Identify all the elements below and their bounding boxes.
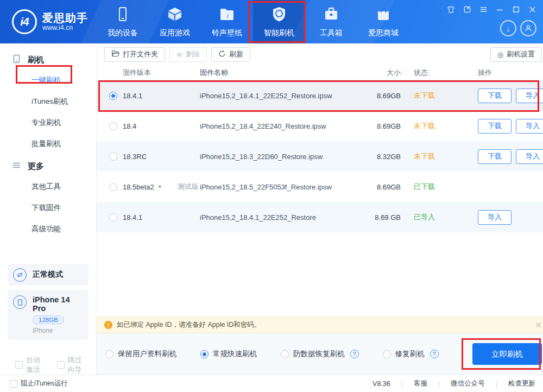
option-anti-data-recovery[interactable]: 防数据恢复刷机 ? [281, 349, 359, 359]
table-row[interactable]: 18.4 iPhone15,2_18.4_22E240_Restore.ipsw… [97, 111, 543, 141]
close-notice-icon[interactable]: ✕ [535, 320, 542, 330]
sidebar-item-advanced[interactable]: 高级功能 [0, 218, 96, 239]
open-folder-button[interactable]: 打开文件夹 [104, 47, 165, 62]
sidebar-group-more: 更多 [0, 156, 96, 176]
firmware-radio[interactable] [109, 183, 117, 191]
col-firmware-name: 固件名称 [200, 68, 357, 78]
menu-icon[interactable] [479, 5, 488, 15]
table-header: 固件版本 固件名称 大小 状态 操作 [97, 65, 543, 80]
shopping-bag-icon [375, 5, 392, 24]
radio-icon [383, 350, 391, 358]
delete-circle-icon: ⊗ [176, 50, 182, 59]
nav-smart-flash[interactable]: 智能刷机 [253, 0, 305, 43]
flash-options-bar: 保留用户资料刷机 常规快速刷机 防数据恢复刷机 ? 修复刷机 ? 立即刷机 [97, 333, 543, 375]
status-badge: 未下载 [401, 151, 465, 161]
col-size: 大小 [357, 68, 401, 78]
firmware-size: 8.69GB [357, 122, 401, 130]
sidebar-item-pro-flash[interactable]: 专业刷机 [0, 112, 96, 133]
status-badge: 已下载 [401, 182, 465, 192]
auto-activate-checkbox[interactable]: 自动激活 [15, 355, 47, 375]
device-mode-card[interactable]: ⇄ 正常模式 [8, 264, 89, 286]
import-button[interactable]: 导入 [516, 119, 543, 134]
download-button[interactable]: 下载 [478, 149, 512, 164]
mini-mode-icon[interactable] [463, 5, 471, 15]
caret-down-icon[interactable]: ▼ [157, 184, 162, 189]
app-header: i4 爱思助手 www.i4.cn 我的设备 应用游戏 ♪ 铃声壁纸 智能刷机 … [0, 0, 543, 43]
close-icon[interactable] [528, 5, 536, 15]
table-row[interactable]: 18.4.1 iPhone15,2_18.4.1_22E252_Restore.… [97, 80, 543, 111]
nav-apps-games[interactable]: 应用游戏 [149, 0, 201, 43]
flash-now-button[interactable]: 立即刷机 [472, 343, 542, 365]
sidebar-item-download-firmware[interactable]: 下载固件 [0, 197, 96, 218]
settings-icon: ◎ [497, 50, 503, 59]
firmware-name: iPhone15,2_18.5_22F5053f_Restore.ipsw [200, 183, 357, 191]
help-icon[interactable]: ? [430, 350, 439, 358]
import-button[interactable]: 导入 [516, 149, 543, 164]
sidebar-item-other-tools[interactable]: 其他工具 [0, 176, 96, 197]
col-firmware-version: 固件版本 [117, 68, 200, 78]
radio-icon-selected [200, 350, 209, 358]
device-capacity-badge: 128GB [33, 315, 64, 324]
firmware-version: 18.3RC [123, 153, 147, 161]
import-button[interactable]: 导入 [478, 210, 512, 225]
sidebar-item-itunes-flash[interactable]: iTunes刷机 [0, 91, 96, 112]
table-row[interactable]: 18.4.1 iPhone15,2_18.4.1_22E252_Restore … [97, 202, 543, 232]
block-itunes-checkbox[interactable]: 阻止iTunes运行 [10, 379, 68, 388]
firmware-radio-selected[interactable] [109, 92, 117, 100]
firmware-name: iPhone15,2_18.4.1_22E252_Restore [200, 213, 357, 222]
skin-theme-icon[interactable] [447, 5, 455, 15]
wechat-official-link[interactable]: 微信公众号 [451, 379, 485, 388]
device-type: iPhone [33, 327, 83, 334]
flash-settings-button[interactable]: ◎ 刷机设置 [490, 47, 542, 62]
download-button[interactable]: 下载 [478, 119, 512, 134]
option-keep-user-data[interactable]: 保留用户资料刷机 [105, 349, 176, 359]
minimize-icon[interactable] [496, 5, 504, 15]
apple-id-notice: ! 如已绑定 Apple ID，请准备好 Apple ID和密码。 ✕ [97, 317, 543, 333]
sidebar: 刷机 一键刷机 iTunes刷机 专业刷机 批量刷机 更多 其他工具 下载固件 … [0, 43, 97, 375]
device-name: iPhone 14 Pro [33, 295, 83, 313]
nav-store[interactable]: 爱思商城 [357, 0, 409, 43]
firmware-size: 8.69GB [357, 183, 401, 191]
maximize-icon[interactable] [512, 5, 520, 15]
app-title: 爱思助手 [42, 12, 88, 24]
firmware-size: 8.32GB [357, 153, 401, 161]
refresh-button[interactable]: 刷新 [211, 47, 250, 62]
download-button[interactable]: 下载 [478, 88, 512, 103]
app-logo: i4 爱思助手 www.i4.cn [0, 0, 97, 43]
option-normal-fast-flash[interactable]: 常规快速刷机 [200, 349, 257, 359]
firmware-radio[interactable] [109, 213, 117, 222]
nav-my-devices[interactable]: 我的设备 [97, 0, 149, 43]
customer-service-link[interactable]: 客服 [414, 379, 427, 388]
import-button[interactable]: 导入 [516, 88, 543, 103]
firmware-radio[interactable] [109, 153, 117, 161]
toolbox-icon [323, 5, 340, 24]
delete-button[interactable]: ⊗ 删除 [169, 47, 207, 62]
firmware-name: iPhone15,2_18.4_22E240_Restore.ipsw [200, 122, 357, 130]
download-manager-icon[interactable]: ↓ [500, 20, 516, 36]
sidebar-item-batch-flash[interactable]: 批量刷机 [0, 133, 96, 154]
skip-setup-checkbox[interactable]: 跳过向导 [57, 355, 89, 375]
main-nav: 我的设备 应用游戏 ♪ 铃声壁纸 智能刷机 工具箱 爱思商城 [97, 0, 409, 43]
nav-ringtones-wallpapers[interactable]: ♪ 铃声壁纸 [201, 0, 253, 43]
col-operations: 操作 [465, 68, 543, 78]
user-account-icon[interactable] [520, 20, 536, 36]
checkbox-icon [57, 361, 65, 369]
radio-icon [281, 350, 289, 358]
sidebar-item-one-click-flash[interactable]: 一键刷机 [0, 69, 96, 91]
list-icon [12, 161, 21, 172]
table-row[interactable]: 18.3RC iPhone15,2_18.3_22D60_Restore.ips… [97, 141, 543, 172]
help-icon[interactable]: ? [350, 350, 359, 358]
table-row[interactable]: 18.5beta2 ▼ 测试版 iPhone15,2_18.5_22F5053f… [97, 172, 543, 202]
nav-toolbox[interactable]: 工具箱 [305, 0, 357, 43]
phone-icon [114, 5, 131, 24]
check-update-link[interactable]: 检查更新 [508, 379, 535, 388]
firmware-radio[interactable] [109, 122, 117, 130]
app-version: V8.36 [372, 380, 390, 388]
option-repair-flash[interactable]: 修复刷机 ? [383, 349, 439, 359]
radio-icon [105, 350, 113, 358]
sidebar-group-flash: 刷机 [0, 50, 96, 69]
firmware-size: 8.69 GB [357, 213, 401, 222]
device-card[interactable]: iPhone 14 Pro 128GB iPhone [8, 290, 89, 340]
music-folder-icon: ♪ [218, 5, 236, 24]
svg-text:♪: ♪ [226, 12, 229, 20]
